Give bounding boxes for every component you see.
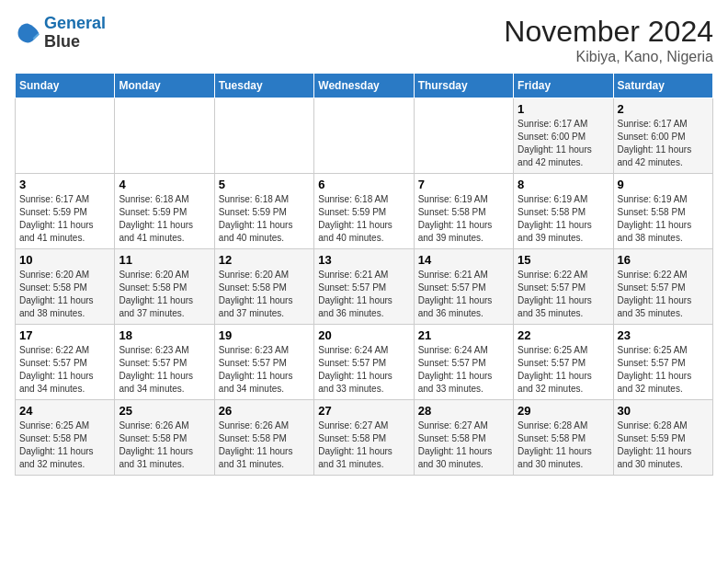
day-info: Sunrise: 6:22 AM Sunset: 5:57 PM Dayligh… xyxy=(518,269,609,320)
calendar-cell: 5Sunrise: 6:18 AM Sunset: 5:59 PM Daylig… xyxy=(214,174,313,249)
logo-icon xyxy=(15,20,40,46)
day-info: Sunrise: 6:20 AM Sunset: 5:58 PM Dayligh… xyxy=(119,269,210,320)
calendar-cell: 19Sunrise: 6:23 AM Sunset: 5:57 PM Dayli… xyxy=(214,325,313,400)
day-number: 7 xyxy=(418,178,509,191)
day-info: Sunrise: 6:17 AM Sunset: 6:00 PM Dayligh… xyxy=(518,118,609,169)
title-block: November 2024 Kibiya, Kano, Nigeria xyxy=(504,15,713,65)
day-info: Sunrise: 6:23 AM Sunset: 5:57 PM Dayligh… xyxy=(219,344,310,396)
day-number: 24 xyxy=(19,404,110,418)
calendar-cell: 8Sunrise: 6:19 AM Sunset: 5:58 PM Daylig… xyxy=(514,174,613,249)
day-info: Sunrise: 6:25 AM Sunset: 5:58 PM Dayligh… xyxy=(19,419,110,471)
calendar-cell: 4Sunrise: 6:18 AM Sunset: 5:59 PM Daylig… xyxy=(115,174,214,249)
calendar-cell xyxy=(214,98,313,174)
calendar-week-row: 3Sunrise: 6:17 AM Sunset: 5:59 PM Daylig… xyxy=(16,174,713,249)
day-number: 30 xyxy=(618,404,709,418)
day-info: Sunrise: 6:25 AM Sunset: 5:57 PM Dayligh… xyxy=(518,344,609,396)
calendar-cell: 25Sunrise: 6:26 AM Sunset: 5:58 PM Dayli… xyxy=(115,400,214,476)
day-number: 27 xyxy=(318,404,409,418)
calendar-cell xyxy=(414,98,513,174)
calendar-cell: 26Sunrise: 6:26 AM Sunset: 5:58 PM Dayli… xyxy=(214,400,313,476)
day-number: 2 xyxy=(618,102,709,116)
day-number: 4 xyxy=(119,178,210,191)
calendar-cell: 21Sunrise: 6:24 AM Sunset: 5:57 PM Dayli… xyxy=(414,325,513,400)
day-info: Sunrise: 6:22 AM Sunset: 5:57 PM Dayligh… xyxy=(19,344,110,396)
day-number: 28 xyxy=(418,404,509,418)
day-info: Sunrise: 6:19 AM Sunset: 5:58 PM Dayligh… xyxy=(418,193,509,245)
day-info: Sunrise: 6:22 AM Sunset: 5:57 PM Dayligh… xyxy=(618,269,709,320)
day-number: 15 xyxy=(518,253,609,267)
day-info: Sunrise: 6:28 AM Sunset: 5:59 PM Dayligh… xyxy=(618,419,709,471)
calendar-cell: 20Sunrise: 6:24 AM Sunset: 5:57 PM Dayli… xyxy=(314,325,414,400)
day-number: 6 xyxy=(318,178,409,191)
weekday-header: Friday xyxy=(514,74,613,98)
calendar-cell xyxy=(115,98,214,174)
calendar-cell: 2Sunrise: 6:17 AM Sunset: 6:00 PM Daylig… xyxy=(613,98,712,174)
day-number: 19 xyxy=(219,328,310,342)
day-number: 11 xyxy=(119,253,210,267)
calendar-cell: 12Sunrise: 6:20 AM Sunset: 5:58 PM Dayli… xyxy=(214,249,313,325)
day-number: 5 xyxy=(219,178,310,191)
logo-text: General Blue xyxy=(44,15,106,52)
calendar-cell: 24Sunrise: 6:25 AM Sunset: 5:58 PM Dayli… xyxy=(16,400,115,476)
day-number: 29 xyxy=(518,404,609,418)
day-number: 14 xyxy=(418,253,509,267)
calendar-cell: 23Sunrise: 6:25 AM Sunset: 5:57 PM Dayli… xyxy=(613,325,712,400)
day-number: 25 xyxy=(119,404,210,418)
calendar-cell xyxy=(314,98,414,174)
calendar-week-row: 10Sunrise: 6:20 AM Sunset: 5:58 PM Dayli… xyxy=(16,249,713,325)
calendar-cell: 30Sunrise: 6:28 AM Sunset: 5:59 PM Dayli… xyxy=(613,400,712,476)
calendar-cell: 22Sunrise: 6:25 AM Sunset: 5:57 PM Dayli… xyxy=(514,325,613,400)
day-number: 20 xyxy=(318,328,409,342)
day-info: Sunrise: 6:27 AM Sunset: 5:58 PM Dayligh… xyxy=(418,419,509,471)
calendar-cell: 18Sunrise: 6:23 AM Sunset: 5:57 PM Dayli… xyxy=(115,325,214,400)
day-info: Sunrise: 6:20 AM Sunset: 5:58 PM Dayligh… xyxy=(219,269,310,320)
day-info: Sunrise: 6:20 AM Sunset: 5:58 PM Dayligh… xyxy=(19,269,110,320)
day-info: Sunrise: 6:26 AM Sunset: 5:58 PM Dayligh… xyxy=(219,419,310,471)
day-info: Sunrise: 6:18 AM Sunset: 5:59 PM Dayligh… xyxy=(318,193,409,245)
day-number: 12 xyxy=(219,253,310,267)
page-header: General Blue November 2024 Kibiya, Kano,… xyxy=(15,15,713,65)
day-info: Sunrise: 6:19 AM Sunset: 5:58 PM Dayligh… xyxy=(518,193,609,245)
calendar-cell: 28Sunrise: 6:27 AM Sunset: 5:58 PM Dayli… xyxy=(414,400,513,476)
day-info: Sunrise: 6:18 AM Sunset: 5:59 PM Dayligh… xyxy=(119,193,210,245)
day-info: Sunrise: 6:17 AM Sunset: 5:59 PM Dayligh… xyxy=(19,193,110,245)
day-number: 1 xyxy=(518,102,609,116)
weekday-header: Thursday xyxy=(414,74,513,98)
day-number: 8 xyxy=(518,178,609,191)
calendar-cell: 17Sunrise: 6:22 AM Sunset: 5:57 PM Dayli… xyxy=(16,325,115,400)
weekday-header: Wednesday xyxy=(314,74,414,98)
logo-line1: General xyxy=(44,14,106,32)
calendar-cell: 15Sunrise: 6:22 AM Sunset: 5:57 PM Dayli… xyxy=(514,249,613,325)
month-title: November 2024 xyxy=(504,15,713,49)
calendar-cell: 7Sunrise: 6:19 AM Sunset: 5:58 PM Daylig… xyxy=(414,174,513,249)
calendar-cell: 9Sunrise: 6:19 AM Sunset: 5:58 PM Daylig… xyxy=(613,174,712,249)
day-number: 13 xyxy=(318,253,409,267)
day-info: Sunrise: 6:24 AM Sunset: 5:57 PM Dayligh… xyxy=(318,344,409,396)
logo: General Blue xyxy=(15,15,106,52)
day-number: 23 xyxy=(618,328,709,342)
day-number: 22 xyxy=(518,328,609,342)
calendar-table: SundayMondayTuesdayWednesdayThursdayFrid… xyxy=(15,73,713,476)
day-info: Sunrise: 6:24 AM Sunset: 5:57 PM Dayligh… xyxy=(418,344,509,396)
weekday-header: Saturday xyxy=(613,74,712,98)
day-number: 3 xyxy=(19,178,110,191)
day-info: Sunrise: 6:19 AM Sunset: 5:58 PM Dayligh… xyxy=(618,193,709,245)
calendar-cell: 14Sunrise: 6:21 AM Sunset: 5:57 PM Dayli… xyxy=(414,249,513,325)
day-info: Sunrise: 6:27 AM Sunset: 5:58 PM Dayligh… xyxy=(318,419,409,471)
day-info: Sunrise: 6:23 AM Sunset: 5:57 PM Dayligh… xyxy=(119,344,210,396)
day-number: 10 xyxy=(19,253,110,267)
weekday-header: Monday xyxy=(115,74,214,98)
weekday-header-row: SundayMondayTuesdayWednesdayThursdayFrid… xyxy=(16,74,713,98)
day-info: Sunrise: 6:21 AM Sunset: 5:57 PM Dayligh… xyxy=(418,269,509,320)
day-info: Sunrise: 6:21 AM Sunset: 5:57 PM Dayligh… xyxy=(318,269,409,320)
weekday-header: Tuesday xyxy=(214,74,313,98)
calendar-week-row: 24Sunrise: 6:25 AM Sunset: 5:58 PM Dayli… xyxy=(16,400,713,476)
calendar-cell: 1Sunrise: 6:17 AM Sunset: 6:00 PM Daylig… xyxy=(514,98,613,174)
day-info: Sunrise: 6:25 AM Sunset: 5:57 PM Dayligh… xyxy=(618,344,709,396)
day-number: 17 xyxy=(19,328,110,342)
calendar-week-row: 17Sunrise: 6:22 AM Sunset: 5:57 PM Dayli… xyxy=(16,325,713,400)
day-info: Sunrise: 6:26 AM Sunset: 5:58 PM Dayligh… xyxy=(119,419,210,471)
day-number: 26 xyxy=(219,404,310,418)
calendar-cell: 6Sunrise: 6:18 AM Sunset: 5:59 PM Daylig… xyxy=(314,174,414,249)
day-info: Sunrise: 6:28 AM Sunset: 5:58 PM Dayligh… xyxy=(518,419,609,471)
